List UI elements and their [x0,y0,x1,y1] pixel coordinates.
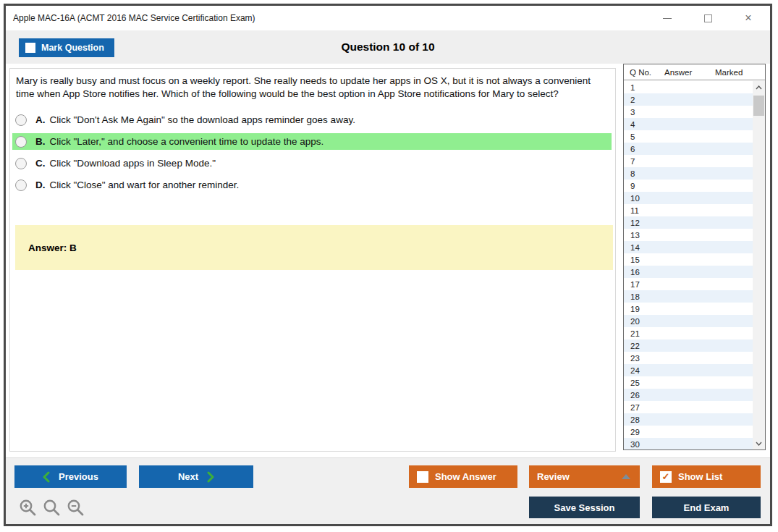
option-letter: A. [35,114,46,125]
option-letter: D. [35,180,46,190]
zoom-out-icon[interactable] [67,499,85,518]
question-list-row[interactable]: 11 [624,204,753,216]
question-list-header: Q No. Answer Marked [624,64,765,80]
row-qno: 11 [624,206,659,215]
question-list-row[interactable]: 10 [624,192,753,204]
row-qno: 25 [624,379,659,387]
minimize-icon [663,18,672,19]
next-button[interactable]: Next [139,465,253,488]
row-qno: 1 [624,83,659,92]
question-list-scrollbar[interactable] [753,81,765,449]
row-qno: 14 [624,243,659,252]
question-list-row[interactable]: 17 [624,278,753,290]
previous-button[interactable]: Previous [14,465,127,488]
scroll-up-icon[interactable] [753,81,765,93]
question-list-row[interactable]: 8 [624,167,753,180]
title-bar: Apple MAC-16A (ACMT 2016 MAC Service Cer… [6,6,770,30]
minimize-button[interactable] [661,12,673,24]
question-list-row[interactable]: 9 [624,180,753,192]
row-qno: 19 [624,305,659,313]
row-qno: 5 [624,132,659,141]
show-list-button[interactable]: ✓ Show List [652,465,761,488]
radio-icon[interactable] [15,180,27,191]
main-area: Mary is really busy and must focus on a … [6,64,770,457]
row-qno: 16 [624,268,659,276]
question-list-row[interactable]: 1 [624,81,753,93]
question-list-row[interactable]: 27 [624,401,753,413]
triangle-up-icon [622,474,630,479]
mark-question-button[interactable]: Mark Question [19,38,114,57]
row-qno: 24 [624,366,659,375]
close-button[interactable]: × [743,12,754,24]
option-c[interactable]: C. Click "Download apps in Sleep Mode." [12,155,612,172]
option-text: Click "Later," and choose a convenient t… [50,136,324,147]
row-qno: 17 [624,280,659,289]
close-icon: × [745,12,751,24]
next-label: Next [178,471,198,482]
save-session-button[interactable]: Save Session [529,497,640,518]
radio-icon[interactable] [15,114,27,126]
question-list-row[interactable]: 21 [624,327,753,339]
exam-app-window: Apple MAC-16A (ACMT 2016 MAC Service Cer… [4,4,772,526]
question-list-row[interactable]: 12 [624,216,753,229]
question-list-row[interactable]: 18 [624,290,753,303]
question-list-row[interactable]: 3 [624,106,753,118]
question-list-row[interactable]: 16 [624,266,753,278]
row-qno: 13 [624,231,659,240]
row-qno: 20 [624,317,659,326]
question-list-row[interactable]: 30 [624,438,753,449]
option-b[interactable]: B. Click "Later," and choose a convenien… [12,133,612,150]
row-qno: 2 [624,96,659,104]
question-list-row[interactable]: 28 [624,413,753,426]
column-header-qno: Q No. [624,68,664,77]
option-d[interactable]: D. Click "Close" and wart for another re… [12,177,612,193]
row-qno: 6 [624,145,659,153]
option-text: Click "Download apps in Sleep Mode." [50,158,216,169]
mark-question-checkbox[interactable] [25,43,35,53]
question-list-row[interactable]: 23 [624,352,753,364]
question-list-row[interactable]: 4 [624,118,753,130]
scroll-down-icon[interactable] [753,437,765,449]
row-qno: 15 [624,256,659,264]
chevron-left-icon [43,471,50,483]
question-list-row[interactable]: 29 [624,426,753,438]
radio-icon[interactable] [15,136,27,148]
show-answer-button[interactable]: Show Answer [409,465,517,488]
question-list-row[interactable]: 7 [624,155,753,167]
question-list-row[interactable]: 5 [624,130,753,143]
end-exam-button[interactable]: End Exam [652,497,761,518]
review-dropdown-button[interactable]: Review [529,465,640,488]
question-list-row[interactable]: 6 [624,143,753,155]
question-list-row[interactable]: 13 [624,229,753,241]
zoom-reset-icon[interactable] [43,499,62,518]
option-letter: C. [35,158,46,169]
window-title: Apple MAC-16A (ACMT 2016 MAC Service Cer… [6,13,255,23]
row-qno: 4 [624,120,659,129]
question-list-row[interactable]: 25 [624,376,753,389]
scrollbar-thumb[interactable] [753,96,764,116]
options-list: A. Click "Don't Ask Me Again" so the dow… [10,111,615,193]
row-qno: 30 [624,440,659,449]
row-qno: 29 [624,428,659,436]
maximize-button[interactable] [702,12,714,24]
radio-icon[interactable] [15,158,27,169]
row-qno: 8 [624,169,659,178]
question-list-row[interactable]: 20 [624,315,753,327]
question-list-row[interactable]: 15 [624,253,753,266]
question-list-row[interactable]: 14 [624,241,753,253]
question-list-row[interactable]: 2 [624,93,753,106]
footer-bar: Previous Next Show Answer Review ✓ Show … [6,457,770,526]
question-list-row[interactable]: 19 [624,303,753,315]
zoom-in-icon[interactable] [19,499,38,518]
option-a[interactable]: A. Click "Don't Ask Me Again" so the dow… [12,111,612,128]
answer-label: Answer: B [15,242,77,253]
question-text: Mary is really busy and must focus on a … [10,69,615,101]
question-list-row[interactable]: 26 [624,389,753,401]
end-exam-label: End Exam [684,502,730,513]
show-answer-checkbox[interactable] [417,471,428,483]
window-controls: × [661,12,770,24]
question-list-row[interactable]: 22 [624,339,753,352]
save-session-label: Save Session [554,502,615,513]
question-list-row[interactable]: 24 [624,364,753,376]
show-list-checkbox[interactable]: ✓ [660,471,672,483]
